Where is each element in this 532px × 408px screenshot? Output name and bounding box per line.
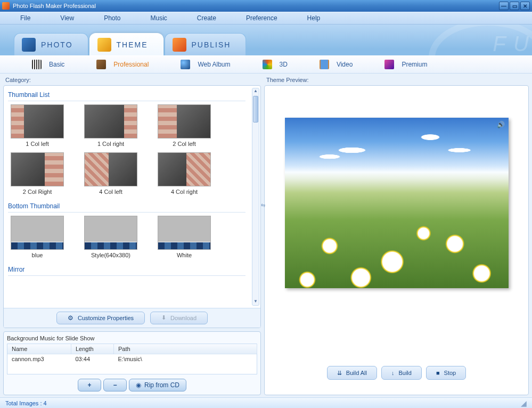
- thumb-caption: 4 Col left: [99, 189, 122, 195]
- tab-photo[interactable]: Photo: [14, 33, 88, 55]
- theme-1-col-right[interactable]: 1 Col right: [81, 104, 140, 147]
- gear-icon: [68, 314, 73, 322]
- music-remove-button[interactable]: −: [103, 379, 127, 391]
- subtool-professional[interactable]: Professional: [96, 60, 149, 69]
- menu-file[interactable]: File: [5, 14, 45, 22]
- subtool-premium[interactable]: Premium: [384, 60, 427, 69]
- music-col-length[interactable]: Length: [71, 344, 114, 354]
- category-scrollbar[interactable]: ▲ ▼: [252, 88, 259, 306]
- build-button[interactable]: ↓ Build: [381, 366, 422, 380]
- menu-view[interactable]: View: [45, 14, 89, 22]
- subtool-webalbum[interactable]: Web Album: [181, 60, 230, 69]
- minus-icon: −: [113, 381, 117, 389]
- menu-create[interactable]: Create: [182, 14, 231, 22]
- music-row[interactable]: cannon.mp3 03:44 E:\music\: [7, 354, 257, 364]
- scroll-down-icon[interactable]: ▼: [252, 299, 259, 305]
- webalbum-icon: [181, 60, 190, 69]
- menu-photo[interactable]: Photo: [89, 14, 135, 22]
- theme-4-col-right[interactable]: 4 Col right: [155, 152, 214, 195]
- sound-icon[interactable]: 🔊: [497, 121, 505, 129]
- subtool-3d-label: 3D: [280, 61, 288, 68]
- maximize-button[interactable]: ▭: [510, 2, 519, 10]
- scroll-thumb[interactable]: [253, 96, 258, 123]
- preview-panel: 🔊 ⇊ Build All ↓ Build ■ Stop: [264, 85, 529, 395]
- scroll-up-icon[interactable]: ▲: [252, 88, 259, 95]
- subtool-premium-label: Premium: [402, 61, 427, 68]
- preview-label: Theme Preview:: [264, 76, 529, 85]
- theme-style-640x380[interactable]: Style(640x380): [81, 216, 140, 258]
- group-thumbnail-list: Thumbnail List: [8, 89, 245, 101]
- rip-label: Rip from CD: [144, 381, 179, 389]
- menu-preference[interactable]: Preference: [231, 14, 292, 22]
- category-actions: Customize Properties Download: [4, 308, 260, 328]
- download-label: Download: [170, 315, 197, 321]
- thumb-caption: White: [177, 252, 192, 258]
- subtool-3d[interactable]: 3D: [263, 60, 288, 69]
- background-music-panel: Background Music for Slide Show Name Len…: [3, 331, 261, 396]
- decorative-text: F U: [493, 32, 530, 55]
- category-label: Category:: [3, 76, 261, 85]
- theme-white[interactable]: White: [155, 216, 214, 258]
- build-all-icon: ⇊: [337, 370, 342, 377]
- customize-properties-button[interactable]: Customize Properties: [56, 312, 145, 324]
- music-name: cannon.mp3: [7, 354, 71, 364]
- app-title: Photo Flash Maker Professional: [13, 3, 499, 9]
- subtool-basic[interactable]: Basic: [32, 60, 64, 69]
- music-col-name[interactable]: Name: [7, 344, 71, 354]
- premium-icon: [384, 60, 394, 69]
- tab-theme[interactable]: Theme: [89, 33, 163, 55]
- subtool-video-label: Video: [337, 61, 353, 68]
- theme-category-toolbar: Basic Professional Web Album 3D Video Pr…: [0, 55, 532, 74]
- title-bar: Photo Flash Maker Professional — ▭ ✕: [0, 0, 532, 12]
- tab-theme-label: Theme: [117, 40, 148, 49]
- minimize-button[interactable]: —: [499, 2, 509, 10]
- download-icon: [161, 314, 166, 321]
- tab-publish-label: Publish: [192, 40, 231, 49]
- theme-blue[interactable]: blue: [8, 216, 67, 258]
- music-table: Name Length Path cannon.mp3 03:44 E:\mus…: [7, 344, 257, 375]
- app-icon: [2, 2, 10, 10]
- build-label: Build: [398, 370, 411, 376]
- splitter-handle[interactable]: ⇆: [261, 202, 265, 208]
- thumb-caption: blue: [32, 252, 43, 258]
- music-path: E:\music\: [114, 354, 257, 364]
- close-button[interactable]: ✕: [520, 2, 530, 10]
- theme-4-col-left[interactable]: 4 Col left: [81, 152, 140, 195]
- music-add-button[interactable]: +: [78, 379, 101, 391]
- build-icon: ↓: [391, 370, 395, 376]
- thumb-caption: 2 Col Right: [23, 189, 52, 195]
- menu-help[interactable]: Help: [292, 14, 335, 22]
- thumb-caption: 1 Col right: [97, 141, 124, 147]
- download-button[interactable]: Download: [150, 312, 208, 324]
- theme-2-col-right[interactable]: 2 Col Right: [8, 152, 67, 195]
- theme-2-col-left[interactable]: 2 Col left: [155, 104, 214, 147]
- group-bottom-thumbnail: Bottom Thumbnail: [8, 200, 245, 213]
- professional-icon: [96, 60, 106, 69]
- music-length: 03:44: [71, 354, 114, 364]
- theme-icon: [97, 38, 111, 52]
- resize-grip-icon[interactable]: ◢: [521, 399, 527, 407]
- build-all-button[interactable]: ⇊ Build All: [327, 366, 377, 380]
- basic-icon: [32, 60, 42, 69]
- rip-from-cd-button[interactable]: Rip from CD: [129, 379, 186, 391]
- theme-1-col-left[interactable]: 1 Col left: [8, 104, 67, 147]
- subtool-video[interactable]: Video: [320, 60, 353, 69]
- music-col-path[interactable]: Path: [114, 344, 257, 354]
- main-tabs: Photo Theme Publish F U: [0, 25, 532, 55]
- thumb-caption: Style(640x380): [91, 252, 130, 258]
- thumb-caption: 4 Col right: [171, 189, 198, 195]
- video-icon: [320, 60, 329, 69]
- category-panel: Thumbnail List 1 Col left 1 Col right 2 …: [3, 85, 261, 328]
- subtool-basic-label: Basic: [49, 61, 64, 68]
- plus-icon: +: [87, 381, 91, 389]
- subtool-webalbum-label: Web Album: [198, 61, 230, 68]
- stop-button[interactable]: ■ Stop: [426, 366, 466, 380]
- thumb-caption: 2 Col left: [173, 141, 195, 147]
- tab-publish[interactable]: Publish: [165, 33, 247, 55]
- customize-label: Customize Properties: [78, 315, 134, 321]
- menu-music[interactable]: Music: [136, 14, 182, 22]
- music-panel-title: Background Music for Slide Show: [7, 335, 257, 341]
- publish-icon: [173, 38, 186, 52]
- stop-label: Stop: [444, 370, 456, 376]
- build-all-label: Build All: [346, 370, 367, 376]
